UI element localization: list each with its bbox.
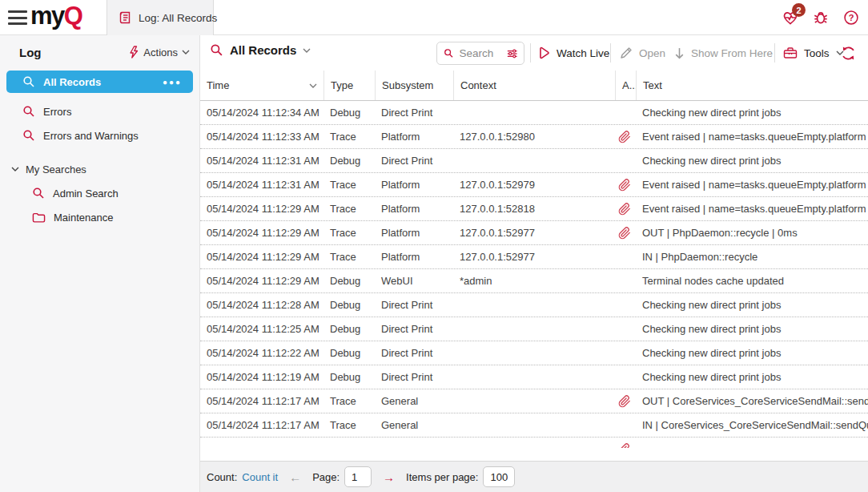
table-row[interactable]: 05/14/2024 11:12:19 AM Debug Direct Prin… [200, 365, 868, 389]
table-row[interactable]: 05/14/2024 11:12:28 AM Debug Direct Prin… [200, 293, 868, 317]
item-options-icon[interactable]: ●●● [163, 78, 182, 87]
table-row[interactable]: 05/14/2024 11:12:31 AM Debug Direct Prin… [200, 149, 868, 173]
cell-text: OUT | CoreServices_CoreServiceSendMail::… [636, 395, 868, 407]
tab-log-all-records[interactable]: Log: All Records [106, 0, 214, 35]
show-from-here-button[interactable]: Show From Here [674, 35, 773, 71]
cell-subsystem: Direct Print [375, 371, 453, 383]
table-row[interactable] [200, 438, 868, 448]
paperclip-icon[interactable] [618, 131, 631, 143]
column-header-attachment[interactable]: A... [615, 71, 636, 100]
tools-button[interactable]: Tools [783, 35, 844, 71]
table-row[interactable]: 05/14/2024 11:12:17 AM Trace General IN … [200, 413, 868, 438]
column-header-type[interactable]: Type [323, 71, 375, 100]
sidebar-item-admin-search[interactable]: Admin Search [0, 181, 199, 205]
table-row[interactable]: 05/14/2024 11:12:29 AM Trace Platform 12… [200, 245, 868, 269]
search-input[interactable] [460, 47, 501, 59]
main-panel: All Records Watch Live Open Show From He… [200, 35, 868, 492]
next-page-icon[interactable]: → [383, 470, 395, 484]
cell-text: IN | CoreServices_CoreServiceSendMail::s… [636, 419, 868, 431]
table-row[interactable]: 05/14/2024 11:12:34 AM Debug Direct Prin… [200, 101, 868, 125]
paperclip-icon[interactable] [618, 179, 631, 192]
table-header: Time Type Subsystem Context A... Text [200, 71, 868, 101]
cell-time: 05/14/2024 11:12:33 AM [200, 131, 323, 143]
lightning-icon [128, 46, 139, 58]
table-row[interactable]: 05/14/2024 11:12:25 AM Debug Direct Prin… [200, 317, 868, 341]
column-header-subsystem[interactable]: Subsystem [375, 71, 453, 100]
refresh-button[interactable] [841, 35, 856, 71]
cell-subsystem: General [375, 419, 453, 431]
cell-time: 05/14/2024 11:12:25 AM [200, 323, 323, 335]
previous-page-icon[interactable]: ← [289, 470, 301, 484]
cell-subsystem: Direct Print [375, 347, 453, 359]
cell-text: Checking new direct print jobs [636, 155, 868, 167]
cell-subsystem: Platform [375, 203, 453, 215]
cell-type: Trace [323, 395, 375, 407]
items-per-page-input[interactable] [483, 466, 515, 487]
page-input[interactable] [344, 466, 372, 487]
cell-text: Event raised | name=tasks.queueEmpty.pla… [636, 179, 868, 191]
cell-time: 05/14/2024 11:12:17 AM [200, 419, 323, 431]
cell-attachment [615, 419, 636, 432]
chevron-down-icon [182, 50, 190, 54]
cell-text: Checking new direct print jobs [636, 323, 868, 335]
open-button[interactable]: Open [620, 35, 665, 71]
toolbar-divider [530, 43, 531, 63]
view-selector[interactable]: All Records [210, 43, 311, 57]
chevron-down-icon [303, 48, 311, 53]
sort-desc-icon [309, 83, 317, 88]
cell-attachment [615, 131, 636, 143]
cell-time: 05/14/2024 11:12:29 AM [200, 251, 323, 263]
column-header-time[interactable]: Time [200, 71, 323, 100]
sidebar-title: Log [19, 46, 42, 59]
table-row[interactable]: 05/14/2024 11:12:31 AM Trace Platform 12… [200, 173, 868, 197]
paperclip-icon[interactable] [618, 203, 631, 216]
paperclip-icon[interactable] [618, 443, 631, 449]
cell-attachment [615, 371, 636, 384]
svg-text:?: ? [849, 13, 854, 22]
cell-subsystem: Direct Print [375, 299, 453, 311]
cell-attachment [615, 275, 636, 288]
filter-sliders-icon[interactable] [507, 48, 517, 59]
top-bar: myQ Log: All Records 2 [0, 0, 868, 35]
column-header-text[interactable]: Text [636, 71, 868, 100]
table-row[interactable]: 05/14/2024 11:12:22 AM Debug Direct Prin… [200, 341, 868, 365]
sidebar-group-my-searches[interactable]: My Searches [0, 157, 199, 181]
paperclip-icon[interactable] [618, 395, 631, 408]
table-row[interactable]: 05/14/2024 11:12:29 AM Debug WebUI *admi… [200, 269, 868, 293]
cell-context: 127.0.0.1:52979 [453, 179, 615, 191]
paperclip-icon[interactable] [618, 227, 631, 240]
cell-attachment [615, 251, 636, 264]
health-status-icon[interactable]: 2 [782, 9, 799, 26]
table-row[interactable]: 05/14/2024 11:12:29 AM Trace Platform 12… [200, 197, 868, 221]
sidebar-item-errors-and-warnings[interactable]: Errors and Warnings [0, 123, 199, 147]
cell-type: Debug [323, 275, 375, 287]
cell-type: Trace [323, 419, 375, 431]
cell-attachment [615, 299, 636, 312]
search-icon [32, 187, 45, 200]
cell-context: 127.0.0.1:52977 [453, 227, 615, 239]
count-it-link[interactable]: Count it [242, 471, 278, 483]
search-icon [444, 47, 454, 59]
help-icon[interactable]: ? [842, 9, 860, 26]
search-icon [22, 129, 35, 142]
bug-report-icon[interactable] [812, 9, 830, 26]
cell-attachment [615, 347, 636, 360]
items-per-page-label: Items per page: [406, 471, 478, 483]
sidebar-item-all-records[interactable]: All Records ●●● [6, 71, 193, 93]
cell-type: Trace [323, 131, 375, 143]
table-row[interactable]: 05/14/2024 11:12:17 AM Trace General OUT… [200, 389, 868, 413]
hamburger-menu-icon[interactable] [8, 10, 27, 25]
sidebar-item-maintenance[interactable]: Maintenance [0, 205, 199, 229]
log-table-body: 05/14/2024 11:12:34 AM Debug Direct Prin… [200, 101, 868, 448]
actions-menu-button[interactable]: Actions [128, 46, 190, 58]
toolbox-icon [783, 46, 798, 59]
table-row[interactable]: 05/14/2024 11:12:33 AM Trace Platform 12… [200, 125, 868, 149]
watch-live-button[interactable]: Watch Live [538, 35, 609, 71]
sidebar-item-errors[interactable]: Errors [0, 99, 199, 123]
cell-subsystem: Platform [375, 227, 453, 239]
cell-attachment [615, 155, 636, 167]
tab-label: Log: All Records [139, 12, 217, 24]
column-header-context[interactable]: Context [453, 71, 615, 100]
pencil-icon [620, 46, 633, 59]
table-row[interactable]: 05/14/2024 11:12:29 AM Trace Platform 12… [200, 221, 868, 245]
